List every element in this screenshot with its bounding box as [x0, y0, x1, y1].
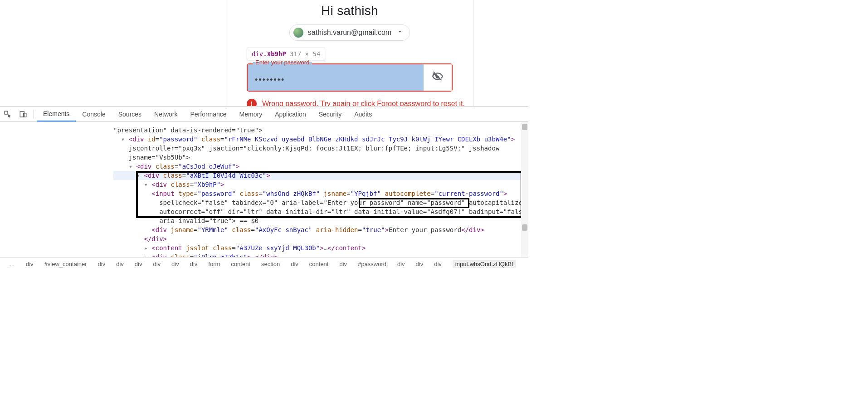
- login-panel: Hi sathish sathish.varun@gmail.com div.X…: [226, 0, 473, 106]
- dom-line[interactable]: ▾ <div class="aXBtI I0VJ4d Wic03c">: [113, 171, 528, 180]
- scroll-thumb[interactable]: [522, 224, 527, 231]
- dom-line[interactable]: "presentation" data-is-rendered="true">: [113, 126, 528, 135]
- tooltip-tag: div: [252, 50, 263, 58]
- tab-elements[interactable]: Elements: [37, 107, 76, 121]
- dom-line[interactable]: </div>: [113, 234, 528, 243]
- breadcrumb-item[interactable]: div: [397, 261, 405, 267]
- divider: [34, 110, 34, 119]
- chevron-down-icon: [397, 29, 403, 37]
- breadcrumb-item[interactable]: div: [171, 261, 179, 267]
- breadcrumb-item[interactable]: div: [339, 261, 347, 267]
- breadcrumb-item[interactable]: div: [135, 261, 142, 267]
- dom-breadcrumbs[interactable]: …div#view_containerdivdivdivdivdivdivfor…: [0, 257, 528, 271]
- greeting-text: Hi sathish: [226, 4, 473, 18]
- breadcrumb-item[interactable]: form: [208, 261, 220, 267]
- tab-network[interactable]: Network: [148, 107, 184, 121]
- inspect-tooltip: div.Xb9hP317 × 54: [247, 48, 325, 60]
- dom-line[interactable]: ▸ <content jsslot class="A37UZe sxyYjd M…: [113, 243, 528, 252]
- breadcrumb-item[interactable]: div: [116, 261, 124, 267]
- account-chip[interactable]: sathish.varun@gmail.com: [289, 24, 410, 41]
- breadcrumb-item[interactable]: div: [190, 261, 198, 267]
- show-password-button[interactable]: [424, 64, 452, 91]
- breadcrumb-item[interactable]: div: [98, 261, 106, 267]
- tooltip-class: .Xb9hP: [263, 50, 286, 58]
- breadcrumb-item[interactable]: input.whsOnd.zHQkBf: [453, 260, 516, 268]
- breadcrumb-item[interactable]: …: [9, 261, 15, 267]
- dom-line[interactable]: ▾ <div id="password" class="rFrNMe KSczv…: [113, 135, 528, 162]
- breadcrumb-item[interactable]: div: [291, 261, 298, 267]
- breadcrumb-item[interactable]: section: [261, 261, 280, 267]
- scroll-thumb[interactable]: [522, 124, 527, 130]
- password-input[interactable]: [248, 64, 424, 91]
- dom-line[interactable]: ▾ <div class="aCsJod oJeWuf">: [113, 162, 528, 171]
- avatar: [293, 28, 303, 38]
- tab-memory[interactable]: Memory: [233, 107, 269, 121]
- dom-line[interactable]: ▾ <div class="Xb9hP">: [113, 180, 528, 189]
- breadcrumb-item[interactable]: div: [434, 261, 442, 267]
- password-field-highlight: Enter your password: [248, 64, 424, 91]
- devtools-tabbar: ElementsConsoleSourcesNetworkPerformance…: [0, 107, 528, 122]
- device-toolbar-icon[interactable]: [15, 107, 31, 121]
- scrollbar[interactable]: [521, 122, 528, 257]
- breadcrumb-item[interactable]: #view_container: [44, 261, 87, 267]
- breadcrumb-item[interactable]: div: [26, 261, 34, 267]
- tab-audits[interactable]: Audits: [348, 107, 378, 121]
- password-row: Enter your password: [247, 63, 453, 92]
- tab-application[interactable]: Application: [268, 107, 312, 121]
- dom-line[interactable]: <input type="password" class="whsOnd zHQ…: [113, 189, 528, 225]
- tab-sources[interactable]: Sources: [112, 107, 148, 121]
- devtools-panel: ElementsConsoleSourcesNetworkPerformance…: [0, 106, 528, 278]
- breadcrumb-item[interactable]: #password: [358, 261, 386, 267]
- tab-console[interactable]: Console: [76, 107, 112, 121]
- eye-off-icon: [432, 71, 444, 84]
- elements-dom-tree[interactable]: "presentation" data-is-rendered="true"> …: [0, 122, 528, 257]
- breadcrumb-item[interactable]: div: [153, 261, 161, 267]
- inspect-element-icon[interactable]: [0, 107, 15, 121]
- breadcrumb-item[interactable]: content: [231, 261, 250, 267]
- dom-line[interactable]: <div jsname="YRMmle" class="AxOyFc snBya…: [113, 225, 528, 234]
- dom-line[interactable]: ▸ <div class="i9lrp mIZh1c">…</div>: [113, 252, 528, 257]
- breadcrumb-item[interactable]: div: [416, 261, 424, 267]
- tooltip-dimensions: 317 × 54: [290, 50, 320, 58]
- account-email: sathish.varun@gmail.com: [308, 29, 391, 37]
- breadcrumb-item[interactable]: content: [309, 261, 329, 267]
- tab-performance[interactable]: Performance: [184, 107, 233, 121]
- tab-security[interactable]: Security: [312, 107, 348, 121]
